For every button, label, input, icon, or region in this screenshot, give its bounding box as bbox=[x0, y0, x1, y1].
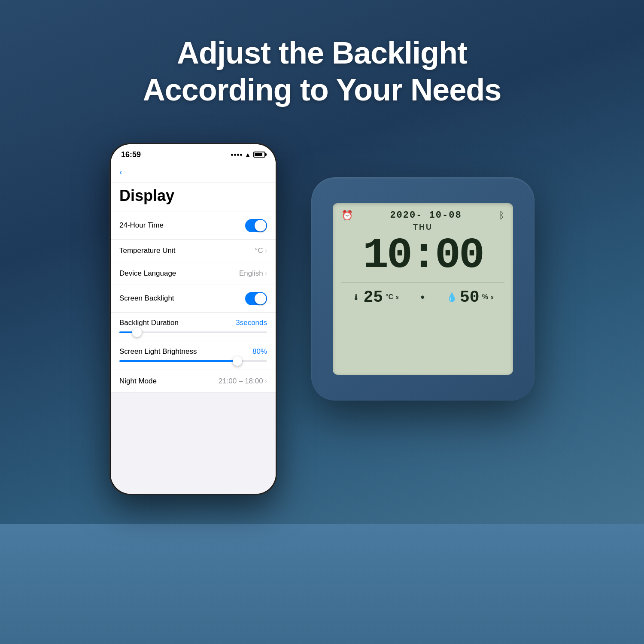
clock-humidity: 50 bbox=[460, 288, 480, 307]
temp-subscript: s bbox=[396, 294, 399, 300]
app-content: ‹ Display 24-Hour Time bbox=[111, 162, 276, 494]
toggle-24hour[interactable] bbox=[245, 219, 267, 232]
phone-screen: 16:59 ▲ bbox=[111, 144, 276, 494]
setting-label-language: Device Language bbox=[119, 269, 176, 278]
setting-device-language[interactable]: Device Language English › bbox=[111, 262, 276, 285]
toggle-knob-24hour bbox=[255, 220, 266, 231]
back-button[interactable]: ‹ bbox=[119, 167, 122, 176]
setting-value-temp-unit: °C › bbox=[255, 246, 267, 255]
wifi-icon: ▲ bbox=[245, 151, 251, 158]
clock-top-bar: ⏰ 2020- 10-08 ᛒ bbox=[341, 210, 504, 221]
humidity-subscript: s bbox=[491, 294, 494, 300]
clock-day: THU bbox=[341, 223, 504, 232]
setting-label-brightness: Screen Light Brightness bbox=[119, 347, 197, 356]
settings-list: 24-Hour Time Temperature Unit °C › bbox=[111, 212, 276, 393]
status-icons: ▲ bbox=[231, 151, 265, 158]
clock-time: 10:00 bbox=[341, 234, 504, 277]
backlight-duration-value: 3seconds bbox=[236, 319, 267, 327]
nav-bar: ‹ bbox=[111, 162, 276, 182]
separator: • bbox=[420, 290, 425, 304]
setting-brightness: Screen Light Brightness 80% bbox=[111, 341, 276, 370]
temp-unit: °C bbox=[386, 293, 393, 301]
night-mode-text: 21:00 – 18:00 bbox=[219, 377, 263, 386]
setting-screen-backlight: Screen Backlight bbox=[111, 285, 276, 313]
table-surface bbox=[0, 524, 644, 644]
clock-date: 2020- 10-08 bbox=[390, 210, 462, 221]
clock-bottom: 🌡 25 °C s • 💧 50 % s bbox=[341, 283, 504, 307]
status-time: 16:59 bbox=[121, 150, 141, 159]
setting-label-backlight: Screen Backlight bbox=[119, 294, 174, 303]
signal-dots-icon bbox=[231, 154, 242, 156]
humidity-unit: % bbox=[482, 293, 488, 301]
bluetooth-icon: ᛒ bbox=[499, 210, 504, 221]
heading-line1: Adjust the Backlight bbox=[143, 34, 501, 71]
slider-fill-brightness bbox=[119, 360, 237, 362]
setting-label-24hour: 24-Hour Time bbox=[119, 221, 164, 230]
alarm-icon: ⏰ bbox=[341, 210, 353, 221]
setting-value-night-mode: 21:00 – 18:00 › bbox=[219, 377, 267, 386]
slider-label-row-backlight: Backlight Duration 3seconds bbox=[119, 319, 267, 327]
clock-screen: ⏰ 2020- 10-08 ᛒ THU 10:00 🌡 25 °C s • 💧 bbox=[333, 203, 513, 375]
slider-label-row-brightness: Screen Light Brightness 80% bbox=[119, 347, 267, 356]
setting-label-night-mode: Night Mode bbox=[119, 377, 157, 386]
setting-label-backlight-duration: Backlight Duration bbox=[119, 319, 179, 327]
brightness-value: 80% bbox=[252, 347, 267, 356]
slider-track-backlight[interactable] bbox=[119, 331, 267, 333]
temp-unit-text: °C bbox=[255, 246, 263, 255]
phone-device: 16:59 ▲ bbox=[109, 143, 277, 495]
chevron-icon: › bbox=[265, 247, 267, 255]
droplet-icon: 💧 bbox=[447, 292, 457, 302]
chevron-icon: › bbox=[265, 377, 267, 385]
slider-track-brightness[interactable] bbox=[119, 360, 267, 362]
temp-section: 🌡 25 °C s bbox=[352, 288, 398, 307]
battery-icon bbox=[253, 152, 265, 158]
phone-wrapper: 16:59 ▲ bbox=[109, 143, 277, 495]
chevron-icon: › bbox=[265, 270, 267, 277]
thermometer-icon: 🌡 bbox=[352, 292, 361, 302]
setting-label-temp-unit: Temperature Unit bbox=[119, 246, 175, 255]
main-content: 16:59 ▲ bbox=[0, 143, 644, 495]
setting-temp-unit[interactable]: Temperature Unit °C › bbox=[111, 240, 276, 262]
setting-value-language: English › bbox=[239, 269, 267, 278]
toggle-knob-backlight bbox=[255, 293, 266, 304]
setting-24hour-time: 24-Hour Time bbox=[111, 212, 276, 240]
toggle-backlight[interactable] bbox=[245, 292, 267, 305]
page-title-area: Display bbox=[111, 182, 276, 212]
page-heading: Adjust the Backlight According to Your N… bbox=[143, 34, 501, 109]
setting-night-mode[interactable]: Night Mode 21:00 – 18:00 › bbox=[111, 370, 276, 393]
slider-thumb-brightness[interactable] bbox=[233, 356, 242, 366]
slider-thumb-backlight[interactable] bbox=[132, 328, 142, 337]
clock-device: ⏰ 2020- 10-08 ᛒ THU 10:00 🌡 25 °C s • 💧 bbox=[311, 177, 535, 401]
clock-temperature: 25 bbox=[363, 288, 383, 307]
setting-backlight-duration: Backlight Duration 3seconds bbox=[111, 313, 276, 341]
status-bar: 16:59 ▲ bbox=[111, 144, 276, 162]
heading-line2: According to Your Needs bbox=[143, 71, 501, 108]
humidity-section: 💧 50 % s bbox=[447, 288, 494, 307]
page-title: Display bbox=[119, 187, 267, 205]
language-text: English bbox=[239, 269, 263, 278]
